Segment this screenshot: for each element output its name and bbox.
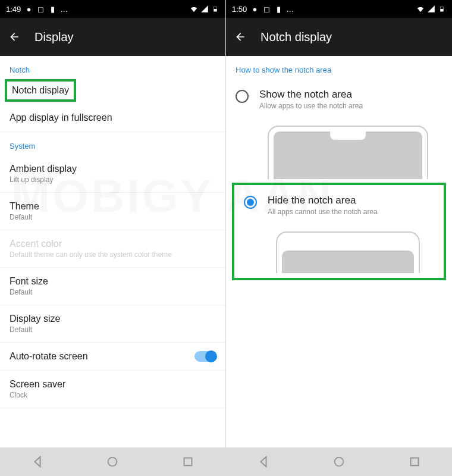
item-label: Screen saver	[10, 379, 216, 390]
sim-icon: ▮	[48, 5, 56, 13]
nav-bar	[0, 447, 225, 476]
svg-rect-7	[410, 458, 418, 466]
header-title: Display	[34, 30, 74, 44]
highlight-notch-display: Notch display	[5, 79, 76, 102]
app-header: Notch display	[226, 18, 452, 56]
phone-left: 1:49 ● ◻ ▮ … Display MOBIGY Notch Notch …	[0, 0, 226, 476]
preview-hide-notch	[276, 231, 420, 273]
more-icon: …	[60, 5, 68, 14]
back-icon[interactable]	[234, 31, 246, 43]
item-sub: Lift up display	[10, 176, 216, 184]
item-screen-saver[interactable]: Screen saver Clock	[0, 371, 225, 408]
section-system: System	[0, 132, 225, 155]
toggle-on-icon[interactable]	[194, 351, 216, 362]
preview-show-notch	[268, 126, 428, 179]
app-header: Display	[0, 18, 225, 56]
section-notch: Notch	[0, 56, 225, 79]
instagram-icon: ◻	[36, 5, 45, 13]
notch-content: AAN How to show the notch area Show the …	[226, 56, 452, 447]
chat-icon: ●	[250, 5, 259, 13]
sim-icon: ▮	[274, 5, 282, 13]
settings-content: MOBIGY Notch Notch display App display i…	[0, 56, 225, 447]
item-label: App display in fullscreen	[10, 112, 216, 123]
svg-point-2	[108, 458, 117, 466]
radio-selected-icon[interactable]	[244, 196, 257, 209]
item-accent-color: Accent color Default theme can only use …	[0, 230, 225, 268]
item-sub: Clock	[10, 391, 216, 399]
option-sub: All apps cannot use the notch area	[268, 208, 378, 216]
item-label: Theme	[10, 201, 216, 212]
item-notch-display[interactable]: Notch display	[12, 85, 69, 96]
radio-unselected-icon[interactable]	[236, 90, 249, 103]
nav-recent-icon[interactable]	[408, 455, 421, 468]
signal-icon	[200, 5, 209, 13]
nav-bar	[226, 447, 452, 476]
phone-right: 1:50 ● ◻ ▮ … Notch display AAN How to sh…	[226, 0, 452, 476]
item-ambient-display[interactable]: Ambient display Lift up display	[0, 155, 225, 193]
item-label: Display size	[10, 314, 216, 324]
nav-back-icon[interactable]	[257, 455, 270, 468]
header-title: Notch display	[260, 30, 332, 44]
item-app-fullscreen[interactable]: App display in fullscreen	[0, 104, 225, 132]
item-sub: Default	[10, 325, 216, 334]
instagram-icon: ◻	[262, 5, 271, 13]
back-icon[interactable]	[8, 31, 20, 43]
battery-icon	[438, 5, 446, 13]
wifi-icon	[190, 5, 198, 13]
option-hide-notch[interactable]: Hide the notch area All apps cannot use …	[234, 185, 444, 226]
section-how-to: How to show the notch area	[226, 56, 452, 79]
option-title: Hide the notch area	[268, 195, 378, 206]
nav-back-icon[interactable]	[31, 455, 44, 468]
svg-point-6	[335, 458, 344, 466]
svg-rect-1	[214, 9, 217, 11]
item-label: Ambient display	[10, 164, 216, 174]
more-icon: …	[286, 5, 294, 14]
option-show-notch[interactable]: Show the notch area Allow apps to use th…	[226, 79, 452, 120]
item-label: Auto-rotate screen	[10, 351, 88, 362]
item-auto-rotate[interactable]: Auto-rotate screen	[0, 343, 225, 371]
status-bar: 1:49 ● ◻ ▮ …	[0, 0, 225, 18]
battery-icon	[211, 5, 219, 13]
nav-recent-icon[interactable]	[181, 455, 194, 468]
item-sub: Default	[10, 213, 216, 221]
svg-rect-5	[441, 9, 444, 11]
item-font-size[interactable]: Font size Default	[0, 268, 225, 305]
nav-home-icon[interactable]	[332, 455, 346, 468]
wifi-icon	[416, 5, 425, 13]
signal-icon	[427, 5, 435, 13]
item-sub: Default	[10, 288, 216, 296]
item-label: Font size	[10, 276, 216, 287]
item-display-size[interactable]: Display size Default	[0, 305, 225, 343]
status-bar: 1:50 ● ◻ ▮ …	[226, 0, 452, 18]
item-sub: Default theme can only use the system co…	[10, 250, 216, 259]
option-sub: Allow apps to use the notch area	[259, 102, 363, 110]
status-time: 1:50	[232, 5, 247, 14]
status-time: 1:49	[6, 5, 21, 14]
chat-icon: ●	[24, 5, 33, 13]
item-theme[interactable]: Theme Default	[0, 193, 225, 230]
nav-home-icon[interactable]	[106, 455, 119, 468]
option-title: Show the notch area	[259, 89, 363, 101]
item-label: Accent color	[10, 239, 216, 249]
highlight-hide-notch: Hide the notch area All apps cannot use …	[232, 183, 446, 280]
svg-rect-3	[184, 458, 192, 466]
